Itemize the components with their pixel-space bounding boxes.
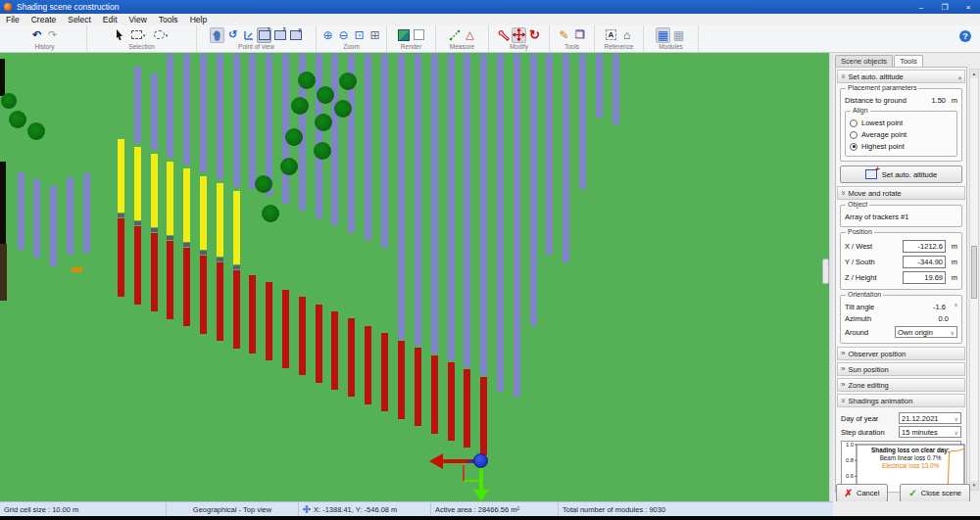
tracker-bar[interactable] — [83, 173, 90, 253]
cancel-button[interactable]: ✗ Cancel — [836, 484, 889, 502]
render-wireframe-icon[interactable] — [412, 27, 426, 43]
section-header-observer-position[interactable]: » Observer position — [837, 347, 965, 360]
radio-lowest-point[interactable]: Lowest point — [850, 118, 953, 127]
close-button[interactable]: × — [956, 0, 980, 14]
move-icon[interactable] — [512, 27, 526, 43]
selected-tracker-bar[interactable] — [200, 176, 207, 250]
terrain-edge[interactable] — [0, 59, 5, 96]
tree[interactable] — [298, 71, 316, 89]
selected-tracker-bar[interactable] — [167, 162, 173, 235]
pan-hand-icon[interactable] — [210, 27, 224, 43]
y-south-field[interactable]: -344.90 — [903, 256, 946, 268]
distance-to-ground-value[interactable]: 1.50 — [931, 96, 946, 105]
cursor-icon[interactable] — [112, 27, 126, 43]
tree[interactable] — [9, 111, 26, 128]
section-header-set-auto-altitude[interactable]: » Set auto. altitude ▴ — [837, 70, 965, 83]
tracker-junction[interactable] — [151, 228, 158, 232]
tree[interactable] — [255, 175, 272, 193]
selected-array-bar[interactable] — [365, 326, 371, 404]
tracker-bar[interactable] — [497, 54, 504, 392]
tracker-bar[interactable] — [266, 54, 272, 196]
tracker-junction[interactable] — [167, 236, 173, 240]
origin-point[interactable] — [473, 453, 488, 468]
tracker-bar[interactable] — [50, 186, 57, 266]
zoom-out-icon[interactable]: ⊖ — [336, 27, 351, 43]
orange-marker[interactable] — [72, 267, 82, 272]
terrain-edge[interactable] — [0, 244, 7, 301]
radio-selected-icon[interactable] — [850, 143, 858, 151]
redo-icon[interactable]: ↷ — [45, 27, 60, 43]
tracker-bar[interactable] — [514, 54, 520, 397]
tracker-bar[interactable] — [579, 54, 586, 189]
selected-array-bar[interactable] — [448, 362, 455, 441]
selected-array-bar[interactable] — [348, 318, 355, 397]
help-icon[interactable]: ? — [959, 30, 971, 42]
tracker-bar[interactable] — [612, 54, 619, 124]
radio-average-point[interactable]: Average point — [850, 130, 953, 139]
menu-create[interactable]: Create — [25, 15, 63, 24]
tracker-bar[interactable] — [448, 54, 455, 360]
tracker-bar[interactable] — [563, 54, 569, 262]
tracker-bar[interactable] — [415, 54, 421, 346]
panel-scrollbar[interactable]: ▲ ▼ — [969, 69, 979, 491]
render-solid-icon[interactable] — [396, 27, 411, 43]
selected-tracker-bar[interactable] — [233, 191, 240, 264]
tracker-bar[interactable] — [596, 54, 603, 118]
azimuth-value[interactable]: 0.0 — [939, 314, 949, 323]
selected-array-bar[interactable] — [299, 297, 306, 375]
z-height-field[interactable]: 19.69 — [903, 271, 946, 284]
menu-tools[interactable]: Tools — [153, 15, 184, 24]
selected-array-bar[interactable] — [167, 241, 173, 319]
selected-array-bar[interactable] — [316, 305, 322, 383]
view-front-icon[interactable]: y — [288, 27, 303, 43]
selected-tracker-bar[interactable] — [183, 168, 190, 242]
terrain-edge[interactable] — [0, 162, 6, 244]
tab-scene-objects[interactable]: Scene objects — [835, 55, 893, 67]
x-west-field[interactable]: -1212.6 — [903, 240, 946, 253]
lasso-select-icon[interactable]: ▾ — [150, 27, 172, 43]
selected-tracker-bar[interactable] — [134, 147, 141, 220]
tracker-bar[interactable] — [200, 54, 207, 172]
selected-array-bar[interactable] — [134, 226, 141, 305]
selected-array-bar[interactable] — [200, 256, 207, 334]
selected-array-bar[interactable] — [431, 355, 438, 434]
menu-help[interactable]: Help — [184, 15, 213, 24]
tracker-bar[interactable] — [151, 73, 158, 150]
tracker-bar[interactable] — [249, 54, 256, 189]
radio-icon[interactable] — [850, 131, 858, 139]
tree[interactable] — [334, 100, 352, 118]
day-of-year-dropdown[interactable]: 21.12.2021 ∨ — [899, 412, 961, 424]
tracker-bar[interactable] — [316, 54, 322, 218]
scroll-up-icon[interactable]: ▲ — [970, 70, 978, 78]
tracker-junction[interactable] — [200, 251, 207, 255]
selected-array-bar[interactable] — [415, 348, 421, 426]
close-scene-button[interactable]: ✓ Close scene — [900, 484, 970, 502]
section-header-sun-position[interactable]: » Sun position — [837, 362, 965, 376]
tracker-bar[interactable] — [33, 179, 40, 258]
maximize-button[interactable]: ❐ — [933, 0, 956, 14]
tracker-bar[interactable] — [464, 54, 470, 367]
module-grid-alt-icon[interactable]: ▦ — [671, 27, 686, 43]
tracker-bar[interactable] — [282, 54, 289, 204]
tracker-bar[interactable] — [331, 54, 338, 225]
tracker-junction[interactable] — [134, 221, 141, 225]
tree[interactable] — [1, 93, 17, 109]
selected-tracker-bar[interactable] — [217, 183, 223, 257]
selected-array-bar[interactable] — [398, 341, 405, 419]
zoom-in-icon[interactable]: ⊕ — [320, 27, 335, 43]
tracker-bar[interactable] — [134, 67, 141, 143]
selected-array-bar[interactable] — [381, 333, 388, 411]
selected-array-bar[interactable] — [282, 290, 289, 368]
view-top-icon[interactable]: 1 — [257, 27, 271, 43]
tree[interactable] — [315, 114, 332, 131]
set-auto-altitude-button[interactable]: Set auto. altitude — [840, 165, 962, 183]
tree[interactable] — [317, 86, 334, 104]
tracker-junction[interactable] — [233, 265, 240, 269]
selected-tracker-bar[interactable] — [151, 154, 158, 227]
scene-canvas[interactable] — [0, 53, 829, 501]
rect-select-icon[interactable]: ▾ — [127, 27, 149, 43]
menu-edit[interactable]: Edit — [97, 15, 123, 24]
tree[interactable] — [285, 128, 303, 146]
orbit-icon[interactable]: ↺ — [225, 27, 240, 43]
tilt-angle-value[interactable]: -1.6 — [933, 303, 946, 311]
